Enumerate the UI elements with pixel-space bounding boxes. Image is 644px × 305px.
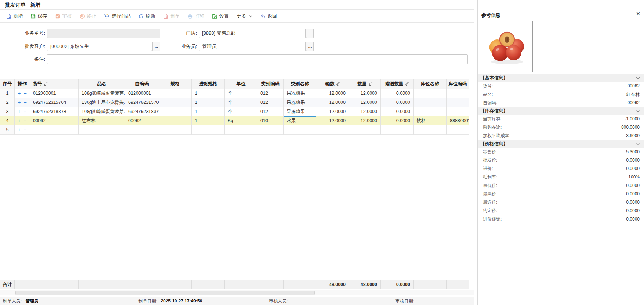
remove-row-button[interactable]: − [24, 90, 27, 96]
cell-category-name[interactable]: 果冻糖果 [284, 98, 316, 107]
cell-box-qty[interactable] [316, 125, 349, 135]
cell-box-qty[interactable]: 12.0000 [316, 116, 349, 125]
cell-location-name[interactable] [414, 98, 447, 107]
cell-spec[interactable] [159, 107, 192, 116]
remove-row-button[interactable]: − [24, 118, 27, 124]
cell-spec[interactable] [159, 125, 192, 135]
cell-qty[interactable]: 12.0000 [349, 89, 381, 98]
add-row-button[interactable]: + [18, 90, 21, 96]
cell-gift-qty[interactable]: 0.0000 [381, 116, 414, 125]
cell-box-qty[interactable]: 12.0000 [316, 98, 349, 107]
section-header-basic-info[interactable]: 【基本信息】 [478, 74, 644, 82]
section-header-price-info[interactable]: 【价格信息】 [478, 140, 644, 148]
cell-unit[interactable]: 个 [225, 89, 257, 98]
cell-category-code[interactable]: 012 [257, 89, 284, 98]
cell-item-no[interactable]: 6924762315704 [30, 98, 79, 107]
selected-cell[interactable]: 水果 [284, 116, 316, 125]
cell-location-code[interactable] [447, 98, 469, 107]
cell-location-name[interactable] [414, 125, 447, 135]
cell-gift-qty[interactable] [381, 125, 414, 135]
table-row[interactable]: 3+−6924762318378108g滨崎咸蛋黄麦芽...6924762318… [0, 107, 469, 116]
cell-purchase-spec[interactable]: 1 [192, 107, 225, 116]
store-input[interactable] [199, 29, 306, 38]
refresh-button[interactable]: 刷新 [138, 13, 155, 19]
table-row[interactable]: 4+−00062红布林000621Kg010水果12.000012.00000.… [0, 116, 469, 125]
cell-spec[interactable] [159, 89, 192, 98]
more-button[interactable]: 更多 [237, 13, 253, 19]
close-icon[interactable]: × [636, 10, 640, 17]
cell-unit[interactable]: 个 [225, 107, 257, 116]
cell-category-name[interactable]: 果冻糖果 [284, 107, 316, 116]
cell-category-name[interactable] [284, 125, 316, 135]
add-row-button[interactable]: + [18, 99, 21, 105]
table-row[interactable]: 2+−6924762315704130g迪士尼心宠骨头...6924762315… [0, 98, 469, 107]
cell-spec[interactable] [159, 116, 192, 125]
customer-input[interactable] [47, 42, 152, 51]
store-lookup-button[interactable]: ... [306, 29, 314, 38]
cell-category-code[interactable]: 012 [257, 107, 284, 116]
cell-gift-qty[interactable]: 0.0000 [381, 98, 414, 107]
cell-qty[interactable]: 12.0000 [349, 107, 381, 116]
add-row-button[interactable]: + [18, 109, 21, 114]
cell-location-code[interactable] [447, 107, 469, 116]
cell-category-code[interactable]: 010 [257, 116, 284, 125]
cell-category-name[interactable]: 果冻糖果 [284, 89, 316, 98]
back-button[interactable]: 返回 [260, 13, 277, 19]
cell-qty[interactable]: 12.0000 [349, 98, 381, 107]
cell-item-no[interactable] [30, 125, 79, 135]
cell-unit[interactable] [225, 125, 257, 135]
section-header-stock-info[interactable]: 【库存信息】 [478, 107, 644, 115]
cell-custom-code[interactable] [125, 125, 159, 135]
cell-category-code[interactable] [257, 125, 284, 135]
table-row[interactable]: 1+−012000001108g滨崎咸蛋黄麦芽...0120000011个012… [0, 89, 469, 98]
horizontal-scrollbar[interactable] [0, 290, 474, 295]
select-goods-button[interactable]: 选择商品 [104, 13, 131, 19]
cell-gift-qty[interactable]: 0.0000 [381, 89, 414, 98]
add-row-button[interactable]: + [18, 127, 21, 133]
remove-row-button[interactable]: − [24, 99, 27, 105]
cell-name[interactable]: 108g滨崎咸蛋黄麦芽... [79, 89, 125, 98]
cell-item-no[interactable]: 012000001 [30, 89, 79, 98]
customer-lookup-button[interactable]: ... [152, 42, 160, 51]
cell-qty[interactable]: 12.0000 [349, 116, 381, 125]
new-button[interactable]: 新增 [6, 13, 23, 19]
cell-location-name[interactable] [414, 89, 447, 98]
cell-custom-code[interactable]: 012000001 [125, 89, 159, 98]
table-row[interactable]: 5+− [0, 125, 469, 135]
cell-category-code[interactable]: 012 [257, 98, 284, 107]
settings-button[interactable]: 设置 [212, 13, 229, 19]
save-button[interactable]: 保存 [30, 13, 47, 19]
scrollbar-thumb[interactable] [15, 291, 315, 295]
cell-name[interactable]: 108g滨崎咸蛋黄麦芽... [79, 107, 125, 116]
cell-custom-code[interactable]: 6924762315704 [125, 98, 159, 107]
cell-custom-code[interactable]: 6924762318378 [125, 107, 159, 116]
remark-input[interactable] [47, 54, 468, 64]
add-row-button[interactable]: + [18, 118, 21, 124]
cell-qty[interactable] [349, 125, 381, 135]
cell-name[interactable]: 红布林 [79, 116, 125, 125]
order-no-input[interactable] [47, 29, 160, 38]
remove-row-button[interactable]: − [24, 127, 27, 133]
cell-purchase-spec[interactable]: 1 [192, 98, 225, 107]
cell-purchase-spec[interactable]: 1 [192, 89, 225, 98]
cell-purchase-spec[interactable] [192, 125, 225, 135]
remove-row-button[interactable]: − [24, 109, 27, 114]
cell-name[interactable]: 130g迪士尼心宠骨头... [79, 98, 125, 107]
salesman-input[interactable] [199, 42, 306, 51]
cell-unit[interactable]: 个 [225, 98, 257, 107]
cell-box-qty[interactable]: 12.0000 [316, 107, 349, 116]
cell-item-no[interactable]: 00062 [30, 116, 79, 125]
cell-location-code[interactable] [447, 89, 469, 98]
cell-location-code[interactable]: 88880001 [447, 116, 469, 125]
cell-unit[interactable]: Kg [225, 116, 257, 125]
cell-box-qty[interactable]: 12.0000 [316, 89, 349, 98]
salesman-lookup-button[interactable]: ... [306, 42, 314, 51]
cell-name[interactable] [79, 125, 125, 135]
cell-custom-code[interactable]: 00062 [125, 116, 159, 125]
cell-location-code[interactable] [447, 125, 469, 135]
cell-location-name[interactable]: 饮料 [414, 116, 447, 125]
cell-location-name[interactable] [414, 107, 447, 116]
cell-item-no[interactable]: 6924762318378 [30, 107, 79, 116]
cell-spec[interactable] [159, 98, 192, 107]
cell-purchase-spec[interactable]: 1 [192, 116, 225, 125]
